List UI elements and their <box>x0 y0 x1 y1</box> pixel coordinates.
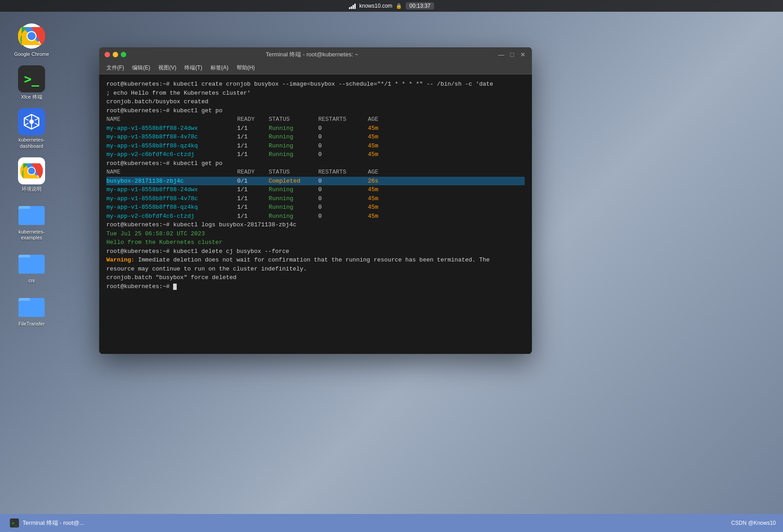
filetransfer-folder-icon <box>18 292 45 319</box>
desktop-sidebar: Google Chrome >_ Xfce 终端 kuber <box>14 23 50 327</box>
term-line: root@kubernetes:~# kubectl create cronjo… <box>106 80 525 89</box>
term-line: root@kubernetes:~# kubectl get po <box>106 159 525 168</box>
term-line: cronjob.batch/busybox created <box>106 97 525 106</box>
cursor <box>173 284 177 290</box>
term-line-green: Tue Jul 25 06:58:02 UTC 2023 <box>106 229 525 238</box>
svg-line-10 <box>24 123 28 125</box>
restore-icon[interactable]: □ <box>508 51 516 58</box>
window-controls <box>105 52 126 57</box>
table-row: my-app-v1-8558b8ff88-4v78c 1/1 Running 0… <box>106 194 525 203</box>
desktop-icon-filetransfer[interactable]: FileTransfer <box>14 292 50 327</box>
menu-edit[interactable]: 编辑(E) <box>128 63 154 73</box>
huanjing-label: 环境说明 <box>22 186 41 192</box>
menu-tabs[interactable]: 标签(A) <box>207 63 232 73</box>
menu-view[interactable]: 视图(V) <box>155 63 180 73</box>
desktop-icon-xfce-terminal[interactable]: >_ Xfce 终端 <box>14 65 50 100</box>
menubar-website: knows10.com <box>359 3 392 9</box>
taskbar: >_ Terminal 终端 - root@... CSDN @Knows10 <box>0 514 783 532</box>
terminal-window: Terminal 终端 - root@kubernetes: ~ — □ ✕ 文… <box>99 47 532 354</box>
table-header: NAME READY STATUS RESTARTS AGE <box>106 115 525 124</box>
table-row: my-app-v2-c6bfdf4c6-ctzdj 1/1 Running 0 … <box>106 212 525 221</box>
table-header-2: NAME READY STATUS RESTARTS AGE <box>106 168 525 177</box>
term-prompt: root@kubernetes:~# <box>106 282 525 291</box>
chrome-icon <box>18 23 45 50</box>
k8s-icon <box>18 108 45 135</box>
svg-line-8 <box>35 123 39 125</box>
table-row: my-app-v1-8558b8ff88-qz4kq 1/1 Running 0… <box>106 203 525 212</box>
k8s-examples-label: kubernetes-examples <box>18 229 45 241</box>
term-line: ; echo Hello from the Kubernetes cluster… <box>106 89 525 98</box>
xfce-terminal-label: Xfce 终端 <box>21 94 42 100</box>
desktop-icon-google-chrome[interactable]: Google Chrome <box>14 23 50 57</box>
menubar-lock-icon: 🔒 <box>396 3 402 9</box>
svg-rect-24 <box>18 301 45 317</box>
svg-point-15 <box>28 167 35 174</box>
desktop-icon-k8s-dashboard[interactable]: kubernetes-dashboard <box>14 108 50 149</box>
svg-point-5 <box>29 119 34 124</box>
k8s-examples-folder-icon <box>18 200 45 227</box>
close-icon[interactable]: ✕ <box>519 51 527 58</box>
desktop-icon-cni[interactable]: cni <box>14 249 50 284</box>
menu-file[interactable]: 文件(F) <box>103 63 128 73</box>
table-row: my-app-v1-8558b8ff88-24dwx 1/1 Running 0… <box>106 185 525 194</box>
terminal-window-actions: — □ ✕ <box>498 51 527 58</box>
maximize-button[interactable] <box>121 52 126 57</box>
terminal-titlebar: Terminal 终端 - root@kubernetes: ~ — □ ✕ <box>99 47 532 62</box>
menubar: knows10.com 🔒 00:13:37 <box>0 0 783 12</box>
minimize-icon[interactable]: — <box>498 51 505 58</box>
huanjing-icon <box>18 157 45 184</box>
cni-label: cni <box>28 278 35 284</box>
svg-line-11 <box>24 118 28 120</box>
term-line-green: Hello from the Kubernetes cluster <box>106 238 525 247</box>
desktop: knows10.com 🔒 00:13:37 Google Chrome <box>0 0 783 532</box>
filetransfer-label: FileTransfer <box>18 321 45 327</box>
chrome-label: Google Chrome <box>14 51 49 57</box>
terminal-title: Terminal 终端 - root@kubernetes: ~ <box>126 50 498 59</box>
term-line: root@kubernetes:~# kubectl delete cj bus… <box>106 247 525 256</box>
taskbar-terminal-icon: >_ <box>10 518 19 527</box>
svg-rect-18 <box>18 209 45 225</box>
desktop-icon-huanjing[interactable]: 环境说明 <box>14 157 50 192</box>
svg-point-3 <box>27 32 36 40</box>
minimize-button[interactable] <box>113 52 118 57</box>
svg-line-7 <box>35 118 39 120</box>
menubar-center: knows10.com 🔒 00:13:37 <box>349 2 434 9</box>
terminal-icon: >_ <box>18 65 45 92</box>
signal-icon <box>349 3 356 9</box>
table-row-busybox: busybox-28171138-zbj4c 0/1 Completed 0 2… <box>106 177 525 186</box>
term-line-warning: Warning: Immediate deletion does not wai… <box>106 256 525 265</box>
terminal-content[interactable]: root@kubernetes:~# kubectl create cronjo… <box>99 74 532 354</box>
menu-terminal[interactable]: 终端(T) <box>181 63 206 73</box>
table-row: my-app-v1-8558b8ff88-qz4kq 1/1 Running 0… <box>106 142 525 151</box>
taskbar-terminal-item[interactable]: >_ Terminal 终端 - root@... <box>5 517 89 529</box>
desktop-icon-k8s-examples[interactable]: kubernetes-examples <box>14 200 50 241</box>
k8s-dashboard-label: kubernetes-dashboard <box>18 137 45 149</box>
term-line: cronjob.batch "busybox" force deleted <box>106 273 525 282</box>
cni-folder-icon <box>18 249 45 276</box>
table-row: my-app-v1-8558b8ff88-24dwx 1/1 Running 0… <box>106 124 525 133</box>
table-row: my-app-v1-8558b8ff88-4v78c 1/1 Running 0… <box>106 133 525 142</box>
taskbar-terminal-label: Terminal 终端 - root@... <box>23 519 84 527</box>
term-line: resource may continue to run on the clus… <box>106 265 525 274</box>
term-line: root@kubernetes:~# kubectl get po <box>106 106 525 115</box>
table-row: my-app-v2-c6bfdf4c6-ctzdj 1/1 Running 0 … <box>106 150 525 159</box>
menu-help[interactable]: 帮助(H) <box>233 63 259 73</box>
svg-rect-21 <box>18 257 45 274</box>
taskbar-csdn: CSDN @Knows10 <box>731 520 776 526</box>
terminal-menu: 文件(F) 编辑(E) 视图(V) 终端(T) 标签(A) 帮助(H) <box>99 62 532 74</box>
term-line: root@kubernetes:~# kubectl logs busybox-… <box>106 220 525 229</box>
close-button[interactable] <box>105 52 110 57</box>
menubar-time: 00:13:37 <box>406 2 434 9</box>
